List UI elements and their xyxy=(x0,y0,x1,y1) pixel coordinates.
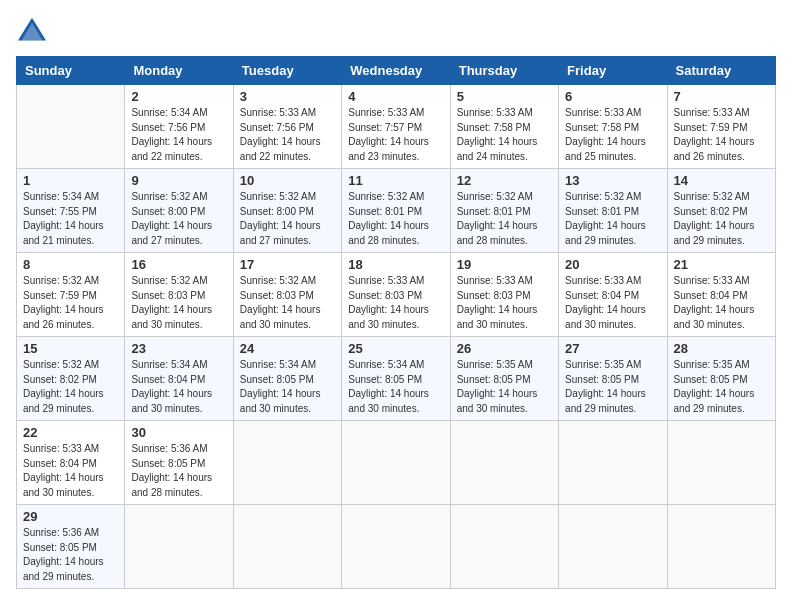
calendar-cell: 9Sunrise: 5:32 AM Sunset: 8:00 PM Daylig… xyxy=(125,169,233,253)
calendar-cell: 13Sunrise: 5:32 AM Sunset: 8:01 PM Dayli… xyxy=(559,169,667,253)
calendar-cell: 22Sunrise: 5:33 AM Sunset: 8:04 PM Dayli… xyxy=(17,421,125,505)
day-info: Sunrise: 5:35 AM Sunset: 8:05 PM Dayligh… xyxy=(457,358,552,416)
day-info: Sunrise: 5:32 AM Sunset: 7:59 PM Dayligh… xyxy=(23,274,118,332)
calendar-cell: 18Sunrise: 5:33 AM Sunset: 8:03 PM Dayli… xyxy=(342,253,450,337)
calendar-cell xyxy=(559,505,667,589)
day-info: Sunrise: 5:33 AM Sunset: 8:03 PM Dayligh… xyxy=(348,274,443,332)
day-number: 5 xyxy=(457,89,552,104)
day-info: Sunrise: 5:32 AM Sunset: 8:02 PM Dayligh… xyxy=(23,358,118,416)
weekday-header-saturday: Saturday xyxy=(667,57,775,85)
day-number: 6 xyxy=(565,89,660,104)
weekday-header-tuesday: Tuesday xyxy=(233,57,341,85)
day-info: Sunrise: 5:32 AM Sunset: 8:03 PM Dayligh… xyxy=(131,274,226,332)
day-number: 10 xyxy=(240,173,335,188)
day-info: Sunrise: 5:33 AM Sunset: 7:58 PM Dayligh… xyxy=(565,106,660,164)
calendar-cell: 1Sunrise: 5:34 AM Sunset: 7:55 PM Daylig… xyxy=(17,169,125,253)
day-info: Sunrise: 5:34 AM Sunset: 8:05 PM Dayligh… xyxy=(240,358,335,416)
day-number: 19 xyxy=(457,257,552,272)
calendar-cell xyxy=(559,421,667,505)
day-number: 11 xyxy=(348,173,443,188)
day-info: Sunrise: 5:32 AM Sunset: 8:00 PM Dayligh… xyxy=(240,190,335,248)
day-number: 14 xyxy=(674,173,769,188)
calendar-week-3: 8Sunrise: 5:32 AM Sunset: 7:59 PM Daylig… xyxy=(17,253,776,337)
calendar-cell: 4Sunrise: 5:33 AM Sunset: 7:57 PM Daylig… xyxy=(342,85,450,169)
calendar-cell xyxy=(450,421,558,505)
calendar-cell: 7Sunrise: 5:33 AM Sunset: 7:59 PM Daylig… xyxy=(667,85,775,169)
day-number: 29 xyxy=(23,509,118,524)
day-number: 20 xyxy=(565,257,660,272)
day-info: Sunrise: 5:34 AM Sunset: 7:55 PM Dayligh… xyxy=(23,190,118,248)
day-info: Sunrise: 5:35 AM Sunset: 8:05 PM Dayligh… xyxy=(565,358,660,416)
calendar-cell: 10Sunrise: 5:32 AM Sunset: 8:00 PM Dayli… xyxy=(233,169,341,253)
day-info: Sunrise: 5:34 AM Sunset: 8:04 PM Dayligh… xyxy=(131,358,226,416)
calendar-cell: 26Sunrise: 5:35 AM Sunset: 8:05 PM Dayli… xyxy=(450,337,558,421)
day-info: Sunrise: 5:33 AM Sunset: 7:56 PM Dayligh… xyxy=(240,106,335,164)
day-number: 22 xyxy=(23,425,118,440)
calendar-week-5: 22Sunrise: 5:33 AM Sunset: 8:04 PM Dayli… xyxy=(17,421,776,505)
day-number: 8 xyxy=(23,257,118,272)
calendar-week-4: 15Sunrise: 5:32 AM Sunset: 8:02 PM Dayli… xyxy=(17,337,776,421)
day-number: 28 xyxy=(674,341,769,356)
day-number: 30 xyxy=(131,425,226,440)
day-info: Sunrise: 5:33 AM Sunset: 8:04 PM Dayligh… xyxy=(674,274,769,332)
calendar-cell: 11Sunrise: 5:32 AM Sunset: 8:01 PM Dayli… xyxy=(342,169,450,253)
day-info: Sunrise: 5:36 AM Sunset: 8:05 PM Dayligh… xyxy=(23,526,118,584)
calendar-cell xyxy=(450,505,558,589)
calendar-cell: 21Sunrise: 5:33 AM Sunset: 8:04 PM Dayli… xyxy=(667,253,775,337)
calendar-cell: 14Sunrise: 5:32 AM Sunset: 8:02 PM Dayli… xyxy=(667,169,775,253)
calendar-cell: 25Sunrise: 5:34 AM Sunset: 8:05 PM Dayli… xyxy=(342,337,450,421)
weekday-header-monday: Monday xyxy=(125,57,233,85)
day-info: Sunrise: 5:32 AM Sunset: 8:01 PM Dayligh… xyxy=(565,190,660,248)
page-header xyxy=(16,16,776,44)
calendar-week-1: 2Sunrise: 5:34 AM Sunset: 7:56 PM Daylig… xyxy=(17,85,776,169)
day-info: Sunrise: 5:33 AM Sunset: 8:03 PM Dayligh… xyxy=(457,274,552,332)
calendar-cell: 29Sunrise: 5:36 AM Sunset: 8:05 PM Dayli… xyxy=(17,505,125,589)
day-info: Sunrise: 5:34 AM Sunset: 8:05 PM Dayligh… xyxy=(348,358,443,416)
calendar-cell: 6Sunrise: 5:33 AM Sunset: 7:58 PM Daylig… xyxy=(559,85,667,169)
day-number: 21 xyxy=(674,257,769,272)
day-info: Sunrise: 5:33 AM Sunset: 7:59 PM Dayligh… xyxy=(674,106,769,164)
calendar-cell: 20Sunrise: 5:33 AM Sunset: 8:04 PM Dayli… xyxy=(559,253,667,337)
day-info: Sunrise: 5:33 AM Sunset: 7:57 PM Dayligh… xyxy=(348,106,443,164)
day-info: Sunrise: 5:32 AM Sunset: 8:00 PM Dayligh… xyxy=(131,190,226,248)
calendar-cell: 8Sunrise: 5:32 AM Sunset: 7:59 PM Daylig… xyxy=(17,253,125,337)
calendar-cell: 28Sunrise: 5:35 AM Sunset: 8:05 PM Dayli… xyxy=(667,337,775,421)
calendar-cell: 15Sunrise: 5:32 AM Sunset: 8:02 PM Dayli… xyxy=(17,337,125,421)
day-number: 15 xyxy=(23,341,118,356)
calendar-week-2: 1Sunrise: 5:34 AM Sunset: 7:55 PM Daylig… xyxy=(17,169,776,253)
day-info: Sunrise: 5:32 AM Sunset: 8:01 PM Dayligh… xyxy=(348,190,443,248)
day-number: 27 xyxy=(565,341,660,356)
day-number: 18 xyxy=(348,257,443,272)
calendar-cell xyxy=(233,421,341,505)
calendar-cell xyxy=(342,421,450,505)
day-info: Sunrise: 5:32 AM Sunset: 8:01 PM Dayligh… xyxy=(457,190,552,248)
day-info: Sunrise: 5:32 AM Sunset: 8:02 PM Dayligh… xyxy=(674,190,769,248)
day-info: Sunrise: 5:33 AM Sunset: 8:04 PM Dayligh… xyxy=(565,274,660,332)
logo xyxy=(16,16,52,44)
calendar-cell: 3Sunrise: 5:33 AM Sunset: 7:56 PM Daylig… xyxy=(233,85,341,169)
calendar-cell: 5Sunrise: 5:33 AM Sunset: 7:58 PM Daylig… xyxy=(450,85,558,169)
weekday-header-sunday: Sunday xyxy=(17,57,125,85)
calendar-cell: 17Sunrise: 5:32 AM Sunset: 8:03 PM Dayli… xyxy=(233,253,341,337)
day-number: 26 xyxy=(457,341,552,356)
day-info: Sunrise: 5:36 AM Sunset: 8:05 PM Dayligh… xyxy=(131,442,226,500)
weekday-header-thursday: Thursday xyxy=(450,57,558,85)
day-info: Sunrise: 5:35 AM Sunset: 8:05 PM Dayligh… xyxy=(674,358,769,416)
day-number: 7 xyxy=(674,89,769,104)
calendar-cell: 23Sunrise: 5:34 AM Sunset: 8:04 PM Dayli… xyxy=(125,337,233,421)
calendar-cell xyxy=(233,505,341,589)
day-number: 16 xyxy=(131,257,226,272)
calendar-cell: 12Sunrise: 5:32 AM Sunset: 8:01 PM Dayli… xyxy=(450,169,558,253)
calendar-cell: 16Sunrise: 5:32 AM Sunset: 8:03 PM Dayli… xyxy=(125,253,233,337)
calendar-cell: 30Sunrise: 5:36 AM Sunset: 8:05 PM Dayli… xyxy=(125,421,233,505)
day-number: 3 xyxy=(240,89,335,104)
calendar-cell: 27Sunrise: 5:35 AM Sunset: 8:05 PM Dayli… xyxy=(559,337,667,421)
day-number: 25 xyxy=(348,341,443,356)
day-number: 2 xyxy=(131,89,226,104)
day-number: 24 xyxy=(240,341,335,356)
calendar-week-6: 29Sunrise: 5:36 AM Sunset: 8:05 PM Dayli… xyxy=(17,505,776,589)
calendar-cell xyxy=(667,421,775,505)
day-number: 1 xyxy=(23,173,118,188)
calendar-cell: 24Sunrise: 5:34 AM Sunset: 8:05 PM Dayli… xyxy=(233,337,341,421)
day-info: Sunrise: 5:33 AM Sunset: 8:04 PM Dayligh… xyxy=(23,442,118,500)
